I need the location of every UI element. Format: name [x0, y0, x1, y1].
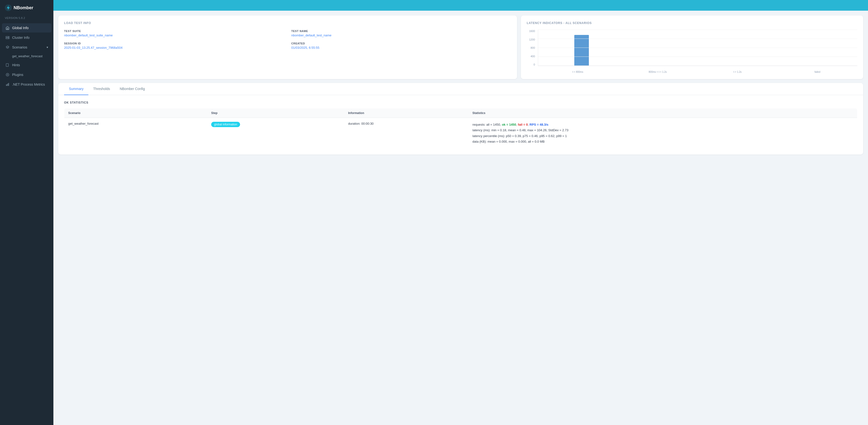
y-label-1600: 1600 — [527, 30, 535, 33]
ok-statistics-title: OK STATISTICS — [64, 101, 857, 104]
sidebar-item-net-process-metrics[interactable]: .NET Process Metrics — [2, 80, 52, 89]
session-id-block: SESSION ID 2025-01-03_13.25.47_session_7… — [64, 42, 284, 50]
cell-statistics: requests: all = 1450, ok = 1450, fail = … — [468, 118, 857, 149]
test-suite-block: TEST SUITE nbomber_default_test_suite_na… — [64, 30, 284, 37]
y-label-400: 400 — [527, 55, 535, 58]
session-id-value: 2025-01-03_13.25.47_session_7968a504 — [64, 46, 284, 50]
svg-rect-2 — [7, 28, 8, 30]
svg-point-8 — [7, 74, 8, 75]
ok-count: ok = 1450 — [502, 123, 516, 126]
sidebar-label-get-weather-forecast: get_weather_forecast — [12, 54, 42, 58]
sidebar-label-cluster-info: Cluster Info — [12, 36, 30, 39]
x-label-800ms: t < 800ms — [538, 71, 618, 73]
sidebar-label-net-process-metrics: .NET Process Metrics — [12, 83, 45, 86]
sidebar-item-global-info[interactable]: Global Info — [2, 23, 52, 33]
load-test-info-card: LOAD TEST INFO TEST SUITE nbomber_defaul… — [58, 15, 517, 79]
test-name-label: TEST NAME — [291, 30, 511, 33]
bar-group-800ms — [543, 30, 620, 66]
bar-group-failed — [775, 30, 852, 66]
sidebar-item-cluster-info[interactable]: Cluster Info — [2, 33, 52, 42]
load-test-card-title: LOAD TEST INFO — [64, 21, 511, 25]
tabs-header: Summary Thresholds NBomber Config — [58, 83, 863, 95]
created-label: CREATED — [291, 42, 511, 45]
bar-group-1200ms — [620, 30, 698, 66]
svg-rect-10 — [7, 84, 8, 86]
table-header-row: Scenario Step Information Statistics — [64, 108, 857, 118]
table-body: get_weather_forecast global information … — [64, 118, 857, 149]
home-icon — [5, 26, 10, 30]
chevron-down-icon: ▾ — [46, 45, 48, 49]
tab-summary[interactable]: Summary — [64, 83, 88, 95]
puzzle-icon — [5, 72, 10, 77]
chart-area — [538, 30, 857, 66]
sidebar-item-scenarios[interactable]: Scenarios ▾ — [2, 43, 52, 52]
logo: NBomber — [0, 0, 53, 15]
stats-line1: requests: all = 1450, ok = 1450, fail = … — [472, 122, 853, 127]
chart-x-labels: t < 800ms 800ms < t < 1.2s t > 1.2s fail… — [538, 71, 857, 73]
sidebar-label-plugins: Plugins — [12, 73, 23, 77]
x-label-gt1200ms: t > 1.2s — [698, 71, 777, 73]
table-row: get_weather_forecast global information … — [64, 118, 857, 149]
y-label-0: 0 — [527, 63, 535, 66]
load-test-info-grid: TEST SUITE nbomber_default_test_suite_na… — [64, 30, 511, 50]
svg-point-6 — [8, 38, 9, 39]
chart-y-axis: 1600 1200 800 400 0 — [527, 30, 536, 66]
tab-nbomber-config[interactable]: NBomber Config — [115, 83, 150, 95]
server-icon — [5, 35, 10, 40]
x-label-failed: failed — [777, 71, 857, 73]
x-label-1200ms: 800ms < t < 1.2s — [618, 71, 698, 73]
test-name-block: TEST NAME nbomber_default_test_name — [291, 30, 511, 37]
svg-rect-11 — [8, 83, 9, 86]
app-version: VERSION 5.8.2 — [0, 15, 53, 23]
svg-point-7 — [6, 73, 9, 76]
main-content: LOAD TEST INFO TEST SUITE nbomber_defaul… — [53, 0, 868, 425]
col-step: Step — [207, 108, 344, 118]
latency-chart-card: LATENCY INDICATORS - ALL SCENARIOS 1600 … — [521, 15, 863, 79]
table-header: Scenario Step Information Statistics — [64, 108, 857, 118]
sidebar-nav: Global Info Cluster Info S — [0, 23, 53, 89]
sidebar-label-hints: Hints — [12, 63, 20, 67]
stats-line3: latency percentile (ms): p50 = 0.39, p75… — [472, 133, 853, 139]
y-label-1200: 1200 — [527, 38, 535, 41]
latency-card-title: LATENCY INDICATORS - ALL SCENARIOS — [527, 21, 857, 25]
app-name: NBomber — [13, 5, 33, 10]
stats-line4: data (KB): mean = 0.000, max = 0.000, al… — [472, 139, 853, 144]
sidebar-label-scenarios: Scenarios — [12, 45, 27, 49]
cell-information: duration: 00:00:30 — [344, 118, 468, 149]
created-value: 01/03/2025, 6:55:55 — [291, 46, 511, 50]
cell-step: global information — [207, 118, 344, 149]
col-statistics: Statistics — [468, 108, 857, 118]
session-id-label: SESSION ID — [64, 42, 284, 45]
chart-bar-icon — [5, 82, 10, 87]
cell-scenario: get_weather_forecast — [64, 118, 208, 149]
latency-chart-container: 1600 1200 800 400 0 — [527, 30, 857, 73]
stats-table: Scenario Step Information Statistics get… — [64, 108, 857, 149]
top-cards-row: LOAD TEST INFO TEST SUITE nbomber_defaul… — [58, 15, 863, 79]
stats-line2: latency (ms): min = 0.18, mean = 0.48, m… — [472, 127, 853, 133]
tabs-container: Summary Thresholds NBomber Config OK STA… — [58, 83, 863, 155]
bar-800ms — [574, 35, 589, 66]
nbomber-logo-icon — [5, 4, 12, 11]
tabs-content: OK STATISTICS Scenario Step Information … — [58, 95, 863, 155]
sidebar-item-get-weather-forecast[interactable]: get_weather_forecast — [2, 53, 52, 60]
created-block: CREATED 01/03/2025, 6:55:55 — [291, 42, 511, 50]
col-scenario: Scenario — [64, 108, 208, 118]
y-label-800: 800 — [527, 46, 535, 49]
fail-count: fail = 0 — [518, 123, 528, 126]
sidebar-item-plugins[interactable]: Plugins — [2, 70, 52, 79]
svg-rect-9 — [6, 85, 7, 86]
sidebar: NBomber VERSION 5.8.2 Global Info — [0, 0, 53, 425]
layers-icon — [5, 45, 10, 50]
col-information: Information — [344, 108, 468, 118]
test-name-value: nbomber_default_test_name — [291, 33, 511, 37]
rps-value: RPS = 48.3/s — [530, 123, 549, 126]
sidebar-label-global-info: Global Info — [12, 26, 29, 30]
topbar — [53, 0, 868, 11]
sidebar-item-hints[interactable]: Hints — [2, 60, 52, 70]
content-area: LOAD TEST INFO TEST SUITE nbomber_defaul… — [53, 11, 868, 425]
bar-group-gt1200ms — [698, 30, 775, 66]
book-icon — [5, 63, 10, 67]
step-badge: global information — [211, 122, 240, 127]
test-suite-label: TEST SUITE — [64, 30, 284, 33]
tab-thresholds[interactable]: Thresholds — [88, 83, 115, 95]
